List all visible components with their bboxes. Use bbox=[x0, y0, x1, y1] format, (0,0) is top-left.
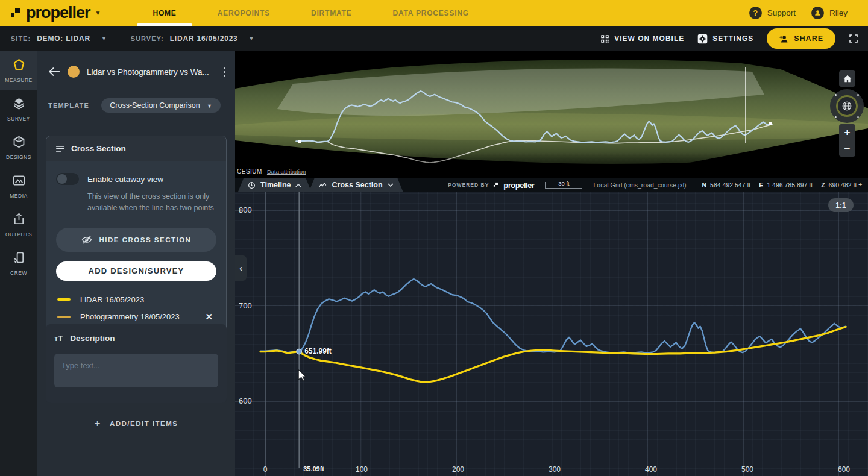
rail-label: MEDIA bbox=[10, 193, 27, 199]
measurement-color-badge[interactable] bbox=[68, 66, 80, 78]
sidebar-item-media[interactable]: MEDIA bbox=[0, 167, 37, 205]
compass-control[interactable] bbox=[830, 89, 864, 123]
x-tick-400: 400 bbox=[645, 465, 657, 474]
cross-section-card-title: Cross Section bbox=[71, 144, 126, 153]
support-label: Support bbox=[767, 8, 796, 17]
layer-label: LiDAR 16/05/2023 bbox=[80, 295, 215, 304]
crew-device-icon bbox=[12, 251, 26, 267]
pentagon-measure-icon bbox=[12, 58, 26, 74]
back-arrow-icon[interactable] bbox=[48, 67, 60, 77]
view-on-mobile-button[interactable]: VIEW ON MOBILE bbox=[600, 34, 684, 43]
user-menu[interactable]: Riley bbox=[811, 7, 848, 19]
logo-dropdown-caret-icon[interactable]: ▼ bbox=[95, 10, 101, 16]
lidar-line bbox=[260, 327, 846, 382]
x-tick-500: 500 bbox=[741, 465, 753, 474]
x-tick-100: 100 bbox=[356, 465, 368, 474]
cross-section-chart[interactable]: 800700600 0100200300400500600 35.09ft 65… bbox=[235, 192, 868, 476]
settings-button[interactable]: SETTINGS bbox=[697, 34, 753, 44]
view-on-mobile-label: VIEW ON MOBILE bbox=[614, 34, 684, 43]
3d-map-viewport[interactable]: CESIUM Data attribution + − bbox=[235, 51, 868, 178]
map-scale-bar: 30 ft bbox=[545, 182, 582, 189]
top-navigation-bar: propeller ▼ HOMEAEROPOINTSDIRTMATEDATA P… bbox=[0, 0, 868, 26]
add-design-survey-label: ADD DESIGN/SURVEY bbox=[89, 266, 184, 275]
zoom-control: + − bbox=[839, 124, 855, 157]
site-value: DEMO: LIDAR bbox=[37, 34, 90, 43]
timeline-tab[interactable]: Timeline bbox=[238, 178, 311, 192]
text-format-icon: ᴛT bbox=[54, 334, 63, 343]
rail-label: DESIGNS bbox=[6, 154, 31, 160]
photogrammetry-line bbox=[260, 279, 846, 353]
more-options-icon[interactable] bbox=[224, 67, 225, 77]
zoom-in-button[interactable]: + bbox=[839, 124, 855, 140]
user-avatar-icon bbox=[811, 7, 824, 19]
add-edit-items-button[interactable]: + ADD/EDIT ITEMS bbox=[37, 418, 235, 430]
sidebar-item-measure[interactable]: MEASURE bbox=[0, 51, 37, 90]
hide-cross-section-label: HIDE CROSS SECTION bbox=[99, 236, 192, 243]
toolbar-right: VIEW ON MOBILE SETTINGS SHARE bbox=[600, 28, 858, 49]
sidebar-item-outputs[interactable]: OUTPUTS bbox=[0, 205, 37, 244]
cross-section-card-header[interactable]: Cross Section bbox=[46, 136, 226, 161]
plus-icon: + bbox=[94, 418, 101, 430]
cutaway-help-text: This view of the cross section is only a… bbox=[87, 191, 215, 215]
description-title: Description bbox=[70, 334, 115, 343]
home-view-button[interactable] bbox=[839, 70, 855, 87]
fullscreen-icon[interactable] bbox=[849, 34, 858, 43]
site-caret-icon: ▼ bbox=[101, 36, 107, 42]
template-caret-icon: ▼ bbox=[207, 103, 212, 109]
topnav-right: ? Support Riley bbox=[749, 7, 848, 19]
propeller-logo-mark-icon bbox=[10, 7, 23, 20]
sidebar-item-designs[interactable]: DESIGNS bbox=[0, 128, 37, 167]
settings-label: SETTINGS bbox=[712, 34, 753, 43]
x-tick-600: 600 bbox=[838, 465, 850, 474]
template-row: TEMPLATE Cross-Section Comparison ▼ bbox=[37, 78, 235, 113]
description-input[interactable] bbox=[54, 354, 218, 387]
nav-tab-data-processing[interactable]: DATA PROCESSING bbox=[373, 0, 489, 26]
cutaway-toggle[interactable] bbox=[56, 173, 79, 185]
survey-caret-icon: ▼ bbox=[249, 36, 254, 42]
nav-tab-dirtmate[interactable]: DIRTMATE bbox=[291, 0, 373, 26]
share-button[interactable]: SHARE bbox=[767, 28, 835, 49]
add-design-survey-button[interactable]: ADD DESIGN/SURVEY bbox=[56, 261, 216, 281]
cutaway-toggle-label: Enable cutaway view bbox=[87, 175, 163, 184]
support-button[interactable]: ? Support bbox=[749, 7, 796, 19]
propeller-logo[interactable]: propeller ▼ bbox=[10, 4, 101, 22]
collapse-panel-button[interactable]: ‹ bbox=[235, 255, 247, 281]
powered-by-badge: POWERED BY propeller bbox=[448, 181, 534, 190]
zoom-out-button[interactable]: − bbox=[839, 140, 855, 157]
x-tick-300: 300 bbox=[549, 465, 561, 474]
timeline-tab-label: Timeline bbox=[260, 181, 291, 189]
data-attribution-link[interactable]: Data attribution bbox=[267, 168, 306, 175]
clock-icon bbox=[248, 181, 256, 189]
powered-brand: propeller bbox=[503, 181, 534, 190]
eye-off-icon bbox=[81, 235, 92, 245]
y-tick-600: 600 bbox=[239, 396, 252, 406]
scale-ratio-badge: 1:1 bbox=[828, 198, 854, 212]
crosshair-x-label: 35.09ft bbox=[303, 465, 324, 472]
terrain-render bbox=[235, 51, 868, 178]
cross-section-tab[interactable]: Cross Section bbox=[309, 178, 403, 192]
powered-by-label: POWERED BY bbox=[448, 182, 489, 188]
user-name: Riley bbox=[829, 8, 848, 17]
rail-label: CREW bbox=[10, 270, 27, 276]
outputs-export-icon bbox=[12, 212, 26, 228]
nav-tab-aeropoints[interactable]: AEROPOINTS bbox=[197, 0, 291, 26]
logo-text: propeller bbox=[26, 4, 90, 22]
nav-tab-home[interactable]: HOME bbox=[132, 0, 197, 26]
sidebar-item-survey[interactable]: SURVEY bbox=[0, 90, 37, 128]
measurement-title: Lidar vs Photogrammetry vs Wa... bbox=[87, 67, 216, 77]
template-dropdown[interactable]: Cross-Section Comparison ▼ bbox=[101, 98, 221, 113]
mouse-cursor bbox=[298, 370, 306, 381]
description-card: ᴛT Description bbox=[46, 324, 227, 403]
layers-survey-icon bbox=[12, 96, 26, 113]
site-survey-toolbar: SITE: DEMO: LIDAR ▼ SURVEY: LIDAR 16/05/… bbox=[0, 26, 868, 51]
remove-layer-icon[interactable]: ✕ bbox=[203, 312, 215, 322]
site-selector[interactable]: SITE: DEMO: LIDAR ▼ bbox=[11, 34, 107, 43]
cross-section-card-body: Enable cutaway view This view of the cro… bbox=[46, 161, 226, 340]
drag-handle-icon bbox=[56, 146, 64, 152]
add-edit-items-label: ADD/EDIT ITEMS bbox=[110, 420, 178, 427]
gear-icon bbox=[697, 34, 708, 44]
sidebar-item-crew[interactable]: CREW bbox=[0, 244, 37, 283]
primary-nav-tabs: HOMEAEROPOINTSDIRTMATEDATA PROCESSING bbox=[132, 0, 489, 26]
survey-selector[interactable]: SURVEY: LIDAR 16/05/2023 ▼ bbox=[131, 34, 254, 43]
hide-cross-section-button[interactable]: HIDE CROSS SECTION bbox=[56, 228, 216, 252]
